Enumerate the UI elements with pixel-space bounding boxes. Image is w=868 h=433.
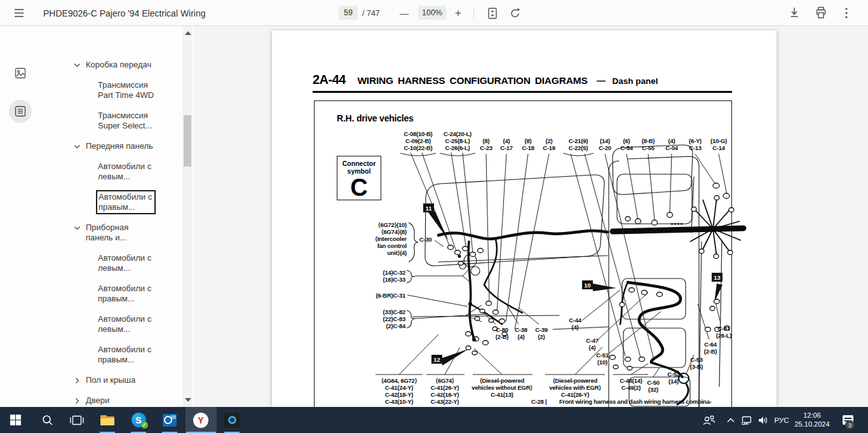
- diagram-label: C-08(10-B) C-09(2-B) C-10(22-B): [403, 130, 432, 151]
- wiring-diagram: [272, 31, 776, 407]
- diagram-label: C-80 (2-B): [496, 326, 508, 340]
- bookmarks-sidebar: Коробка передачТрансмиссия Part Time 4WD…: [0, 26, 194, 407]
- diagram-label: (4) C-04: [665, 137, 678, 151]
- yandex-browser-icon: Y: [193, 413, 208, 428]
- diagram-label: ⟨6G74⟩ C-41(26-Y) C-42(16-Y) C-43(22-Y): [431, 377, 459, 405]
- diagram-label: C-51 (10): [596, 352, 609, 366]
- diagram-label: C-38 (4): [515, 326, 527, 340]
- zoom-in-button[interactable]: +: [452, 0, 465, 26]
- bookmark-item[interactable]: Автомобили с правым...: [98, 284, 151, 304]
- bookmark-item[interactable]: Коробка передач: [86, 60, 151, 70]
- rotate-icon[interactable]: [509, 0, 526, 26]
- diagram-label: C-44 (4): [569, 317, 581, 331]
- language-indicator[interactable]: РУС: [771, 407, 792, 433]
- page-total-label: / 747: [362, 0, 380, 26]
- zoom-out-button[interactable]: —: [398, 0, 410, 26]
- diagram-label: ⟨Diesel-powered vehicles with EGR⟩ C-41(…: [549, 377, 601, 398]
- diagram-label: C-52 (14): [667, 371, 680, 385]
- bookmark-item[interactable]: Приборная панель и...: [86, 223, 128, 243]
- volume-button[interactable]: [755, 407, 771, 433]
- file-explorer-icon: [100, 415, 114, 425]
- outlook-button[interactable]: [154, 407, 185, 433]
- bookmark-item[interactable]: Передняя панель: [86, 141, 153, 151]
- bookmark-item[interactable]: Автомобили с левым...: [98, 253, 151, 273]
- pdf-viewer-area[interactable]: 2A-44 WIRING HARNESS CONFIGURATION DIAGR…: [194, 26, 868, 407]
- skype-icon: S✓: [132, 413, 146, 427]
- diagram-label: (6-BR)C-31: [376, 292, 405, 299]
- screen: PHDE9026-C Pajero '94 Electrical Wiring …: [0, 0, 868, 433]
- network-button[interactable]: [738, 407, 755, 433]
- diagram-label: C-48(14) C-49(2): [620, 377, 642, 391]
- yandex-browser-button[interactable]: Y: [186, 407, 216, 433]
- menu-icon[interactable]: [14, 0, 31, 26]
- diagram-label: (33)C-82 (22)C-83 (2)C-84: [383, 308, 406, 329]
- diagram-marker: 12: [431, 355, 442, 364]
- bookmark-item[interactable]: Автомобили с правым...: [98, 345, 151, 365]
- diagram-label: C-24(20-L) C-25(8-L) C-26(6-L): [444, 130, 471, 151]
- diagram-marker: 13: [712, 273, 722, 282]
- diagram-label: (8) C-23: [480, 137, 492, 151]
- diagram-label: (14) C-20: [599, 137, 611, 151]
- notification-badge: 3: [845, 420, 855, 430]
- bookmark-item[interactable]: Пол и крыша: [86, 375, 135, 385]
- action-center-button[interactable]: 3: [835, 407, 860, 433]
- more-options-icon[interactable]: [842, 0, 858, 26]
- document-title: PHDE9026-C Pajero '94 Electrical Wiring: [43, 0, 206, 26]
- diagram-label: (8-B) C-55: [642, 137, 654, 151]
- diagram-label: C-28 |: [531, 398, 546, 405]
- print-icon[interactable]: [815, 0, 832, 26]
- diagram-label: C-30: [419, 236, 432, 243]
- page-number-input[interactable]: 59: [339, 6, 358, 20]
- diagram-label: (10-G) C-14: [710, 137, 727, 151]
- bookmark-item[interactable]: Трансмиссия Part Time 4WD: [98, 80, 154, 100]
- search-button[interactable]: [32, 407, 63, 433]
- scroll-up-icon[interactable]: [185, 31, 191, 35]
- diagram-label: (2) C-19: [543, 137, 555, 151]
- bookmark-item[interactable]: Трансмиссия Super Select...: [98, 111, 152, 131]
- windows-logo-icon: [10, 415, 21, 425]
- diagram-label: C-50 (32): [647, 379, 660, 393]
- bookmark-item[interactable]: Автомобили с левым...: [98, 162, 151, 182]
- diagram-label: C-47 (4): [586, 337, 599, 351]
- diagram-label: Front wiring harness and dash wiring har…: [559, 398, 712, 405]
- people-button[interactable]: [699, 407, 719, 433]
- diagram-label: C-53 (3-B): [690, 356, 703, 370]
- task-view-button[interactable]: [62, 407, 92, 433]
- taskbar: S✓ Y РУС 12:06 25.10: [0, 407, 868, 433]
- diagram-label: (8) C-18: [522, 137, 534, 151]
- download-icon[interactable]: [789, 0, 805, 26]
- diagram-label: C-21(9) C-22(5): [569, 137, 588, 151]
- bookmark-item[interactable]: Автомобили с левым...: [98, 314, 151, 334]
- pdf-page: 2A-44 WIRING HARNESS CONFIGURATION DIAGR…: [272, 31, 776, 407]
- diagram-label: (14)C-32 (16)C-33: [383, 269, 406, 283]
- sidebar-scrollbar[interactable]: [182, 26, 193, 407]
- tray-time: 12:06: [803, 411, 821, 420]
- file-explorer-button[interactable]: [92, 407, 123, 433]
- scrollbar-thumb[interactable]: [184, 115, 191, 167]
- camera-app-button[interactable]: [217, 407, 247, 433]
- diagram-label: (4) C-17: [500, 137, 513, 151]
- zoom-level[interactable]: 100%: [418, 6, 446, 20]
- bookmark-item[interactable]: Двери: [86, 395, 109, 406]
- outlook-icon: [163, 414, 177, 427]
- speaker-icon: [757, 415, 769, 425]
- diagram-label: (6-Y) C-13: [689, 137, 702, 151]
- bookmark-item[interactable]: Автомобили с правым...: [98, 192, 156, 214]
- bookmark-tree: Коробка передачТрансмиссия Part Time 4WD…: [0, 26, 182, 407]
- toolbar-separator: [473, 8, 474, 18]
- diagram-label: (6) C-54: [620, 137, 633, 151]
- diagram-label: ⟨Diesel-powered vehicles without EGR⟩ C-…: [471, 377, 532, 398]
- camera-app-icon: [224, 413, 240, 428]
- chevron-up-icon: [727, 418, 735, 423]
- start-button[interactable]: [0, 407, 31, 433]
- tray-date: 25.10.2024: [794, 420, 829, 429]
- tray-expand-button[interactable]: [723, 407, 738, 433]
- skype-button[interactable]: S✓: [123, 407, 154, 433]
- task-view-icon: [70, 415, 84, 426]
- pdf-toolbar: PHDE9026-C Pajero '94 Electrical Wiring …: [0, 0, 868, 26]
- scroll-down-icon[interactable]: [185, 398, 191, 402]
- diagram-marker: 11: [423, 203, 434, 212]
- clock[interactable]: 12:06 25.10.2024: [793, 407, 831, 433]
- fit-to-page-icon[interactable]: [486, 0, 503, 26]
- diagram-label: ⟨6G72⟩(10) ⟨6G74⟩(8) ⟨Intercooler fan co…: [375, 221, 407, 256]
